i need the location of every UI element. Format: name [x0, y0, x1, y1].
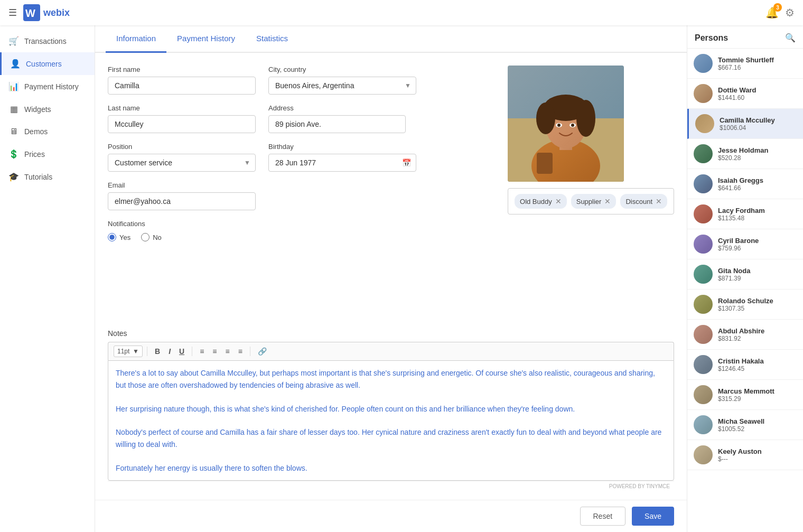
hamburger-button[interactable]: ☰ [8, 7, 17, 18]
sidebar-item-transactions[interactable]: 🛒 Transactions [0, 30, 95, 52]
reset-button[interactable]: Reset [580, 507, 626, 526]
tab-statistics[interactable]: Statistics [246, 25, 298, 53]
address-input[interactable] [268, 115, 406, 133]
settings-icon[interactable]: ⚙ [785, 6, 795, 19]
person-name-7: Gita Noda [718, 267, 797, 275]
sidebar-item-payment-history[interactable]: 📊 Payment History [0, 75, 95, 98]
tutorials-icon: 🎓 [8, 172, 19, 182]
first-name-input[interactable] [108, 77, 256, 95]
sidebar-item-demos[interactable]: 🖥 Demos [0, 120, 95, 143]
logo: W webix [23, 4, 70, 21]
person-item-2[interactable]: Camilla Mcculley $1006.04 [687, 109, 803, 139]
position-select[interactable]: Customer service Manager Developer Desig… [108, 154, 256, 172]
person-item-12[interactable]: Micha Seawell $1005.52 [687, 410, 803, 440]
sidebar-widgets-label: Widgets [24, 105, 51, 114]
email-label: Email [108, 181, 256, 189]
bold-button[interactable]: B [152, 346, 163, 357]
tag-supplier-close[interactable]: ✕ [604, 198, 611, 205]
sidebar-item-prices[interactable]: 💲 Prices [0, 143, 95, 165]
birthday-date-wrapper: 📅 [268, 154, 416, 172]
birthday-label: Birthday [268, 143, 416, 151]
notification-badge: 3 [773, 3, 782, 12]
persons-panel: Persons 🔍 Tommie Shurtleff $667.16 Dotti… [687, 25, 803, 532]
underline-button[interactable]: U [176, 346, 188, 357]
person-item-7[interactable]: Gita Noda $871.39 [687, 259, 803, 290]
person-item-4[interactable]: Isaiah Greggs $641.66 [687, 169, 803, 199]
tab-payment-history[interactable]: Payment History [166, 25, 246, 53]
sidebar-item-tutorials[interactable]: 🎓 Tutorials [0, 165, 95, 188]
align-center-button[interactable]: ≡ [209, 346, 220, 357]
person-item-0[interactable]: Tommie Shurtleff $667.16 [687, 49, 803, 79]
person-info-7: Gita Noda $871.39 [718, 267, 797, 282]
person-avatar-10 [694, 355, 713, 374]
sidebar-item-widgets[interactable]: ▦ Widgets [0, 98, 95, 120]
webix-logo-icon: W [23, 4, 40, 21]
person-item-5[interactable]: Lacy Fordham $1135.48 [687, 199, 803, 229]
customer-photo-image [508, 66, 624, 182]
first-name-group: First name [108, 66, 256, 95]
person-info-2: Camilla Mcculley $1006.04 [720, 116, 797, 132]
person-amount-3: $520.28 [718, 154, 797, 162]
persons-header: Persons 🔍 [687, 25, 803, 49]
topbar: ☰ W webix 🔔 3 ⚙ [0, 0, 803, 25]
notification-no-radio[interactable] [141, 233, 150, 241]
birthday-input[interactable] [268, 154, 416, 172]
notifications-bell[interactable]: 🔔 3 [765, 6, 779, 19]
sidebar-item-customers[interactable]: 👤 Customers [0, 52, 95, 75]
email-input[interactable] [108, 192, 256, 210]
person-item-9[interactable]: Abdul Abshire $831.92 [687, 320, 803, 350]
notification-yes-label[interactable]: Yes [108, 233, 130, 241]
customer-photo [508, 66, 624, 182]
person-info-6: Cyril Barone $759.96 [718, 237, 797, 252]
last-name-input[interactable] [108, 115, 256, 133]
persons-title: Persons [695, 33, 728, 43]
person-avatar-4 [694, 174, 713, 193]
person-item-10[interactable]: Cristin Hakala $1246.45 [687, 350, 803, 380]
person-item-8[interactable]: Rolando Schulze $1307.35 [687, 290, 803, 320]
notification-no-label[interactable]: No [141, 233, 162, 241]
tab-bar: Information Payment History Statistics [95, 25, 687, 53]
form-photo-tags: Old Buddy ✕ Supplier ✕ Discount ✕ [508, 66, 674, 251]
person-name-1: Dottie Ward [718, 86, 797, 94]
tab-information[interactable]: Information [106, 25, 166, 53]
svg-text:W: W [25, 7, 35, 19]
person-name-9: Abdul Abshire [718, 327, 797, 335]
person-item-6[interactable]: Cyril Barone $759.96 [687, 229, 803, 259]
link-button[interactable]: 🔗 [255, 346, 270, 357]
tag-discount: Discount ✕ [620, 194, 667, 209]
align-right-button[interactable]: ≡ [222, 346, 232, 357]
city-country-select[interactable]: Buenos Aires, Argentina New York, USA Lo… [268, 77, 416, 95]
tag-old-buddy: Old Buddy ✕ [515, 194, 567, 209]
sidebar-customers-label: Customers [26, 60, 62, 68]
save-button[interactable]: Save [632, 507, 674, 526]
editor-content[interactable]: There's a lot to say about Camilla Mccul… [108, 360, 674, 481]
align-justify-button[interactable]: ≡ [235, 346, 246, 357]
person-item-3[interactable]: Jesse Holdman $520.28 [687, 139, 803, 169]
person-item-11[interactable]: Marcus Memmott $315.29 [687, 380, 803, 410]
person-item-1[interactable]: Dottie Ward $1441.60 [687, 79, 803, 109]
city-country-group: City, country Buenos Aires, Argentina Ne… [268, 66, 416, 95]
svg-point-13 [571, 124, 574, 127]
tag-old-buddy-close[interactable]: ✕ [555, 198, 562, 205]
notification-no-text: No [153, 234, 162, 241]
persons-search-icon[interactable]: 🔍 [785, 33, 796, 43]
form-fields: First name City, country Buenos Aires, A… [108, 66, 495, 251]
person-info-10: Cristin Hakala $1246.45 [718, 357, 797, 372]
person-avatar-9 [694, 325, 713, 344]
person-info-8: Rolando Schulze $1307.35 [718, 297, 797, 312]
last-name-label: Last name [108, 104, 256, 112]
italic-button[interactable]: I [165, 346, 174, 357]
notification-yes-radio[interactable] [108, 233, 116, 241]
tag-discount-label: Discount [625, 198, 652, 206]
font-size-selector[interactable]: 11pt ▼ [114, 346, 143, 357]
editor-toolbar: 11pt ▼ B I U ≡ ≡ ≡ ≡ 🔗 [108, 342, 674, 360]
sidebar-transactions-label: Transactions [24, 37, 67, 45]
tag-old-buddy-label: Old Buddy [520, 198, 552, 206]
tag-discount-close[interactable]: ✕ [656, 198, 662, 205]
notes-label: Notes [108, 329, 674, 338]
editor-footer: POWERED BY TINYMCE [108, 481, 674, 491]
align-left-button[interactable]: ≡ [197, 346, 207, 357]
person-name-13: Keely Auston [718, 447, 797, 455]
form-area: First name City, country Buenos Aires, A… [95, 53, 687, 325]
person-item-13[interactable]: Keely Auston $--- [687, 440, 803, 470]
